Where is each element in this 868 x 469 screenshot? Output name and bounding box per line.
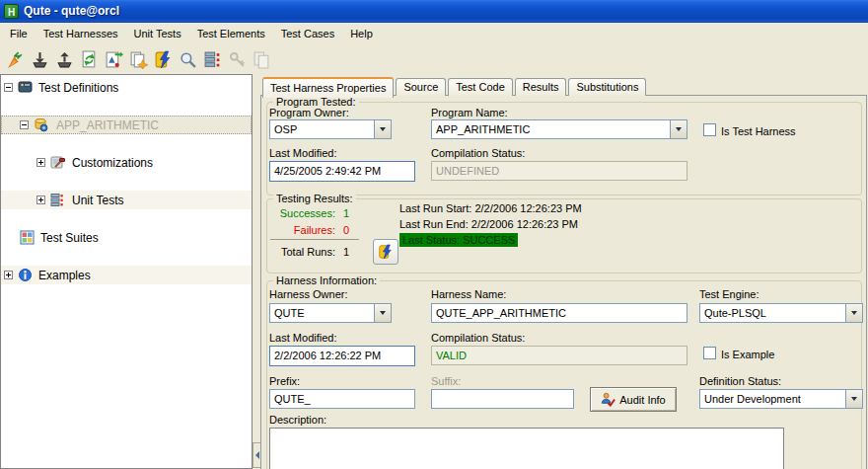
- description-textarea[interactable]: [269, 428, 784, 469]
- harness-last-modified-field[interactable]: 2/2/2006 12:26:22 PM: [269, 346, 415, 366]
- harness-owner-label: Harness Owner:: [269, 288, 347, 300]
- tree-item-label[interactable]: Unit Tests: [70, 194, 125, 207]
- tab-test-harness-properties[interactable]: Test Harness Properties: [262, 77, 394, 98]
- harness-owner-combo[interactable]: QUTE: [269, 303, 392, 323]
- definition-status-label: Definition Status:: [699, 375, 781, 387]
- compilation-status-label: Compilation Status:: [431, 147, 525, 159]
- tab-substitutions[interactable]: Substitutions: [568, 78, 646, 96]
- examples-info-icon: [18, 268, 33, 282]
- collapse-expander-icon[interactable]: [20, 120, 29, 129]
- is-example-checkbox[interactable]: [703, 347, 716, 359]
- expand-expander-icon[interactable]: [4, 271, 13, 279]
- title-bar[interactable]: H Qute - qute@orcl: [0, 0, 868, 22]
- run-test-button[interactable]: [373, 239, 398, 265]
- harness-last-modified-label: Last Modified:: [269, 332, 336, 344]
- tab-results[interactable]: Results: [515, 78, 567, 96]
- export-icon[interactable]: [52, 46, 77, 72]
- customize-icon: [50, 155, 65, 170]
- unit-test-list-icon: [50, 193, 65, 207]
- menu-unit-tests[interactable]: Unit Tests: [126, 23, 189, 44]
- program-name-combo[interactable]: APP_ARITHMETIC: [431, 119, 687, 139]
- qute-logo-icon: H: [4, 4, 19, 19]
- test-engine-value: Qute-PLSQL: [700, 304, 845, 322]
- tree-item-label[interactable]: Customizations: [70, 156, 155, 170]
- collapse-expander-icon[interactable]: [4, 83, 13, 92]
- test-definitions-tree: Test Definitions APP_ARITHMETIC Customiz…: [0, 74, 253, 469]
- audit-info-button[interactable]: Audit Info: [590, 387, 677, 412]
- qute-application-window: H Qute - qute@orcl File Test Harnesses U…: [0, 0, 868, 469]
- refresh-document-icon[interactable]: [77, 46, 102, 72]
- import-icon[interactable]: [28, 46, 52, 72]
- copy-icon[interactable]: [250, 46, 274, 72]
- harness-name-field[interactable]: QUTE_APP_ARITHMETIC: [431, 303, 687, 323]
- prefix-label: Prefix:: [269, 375, 300, 387]
- tree-item-label[interactable]: Test Suites: [38, 231, 101, 245]
- successes-value: 1: [343, 207, 349, 219]
- program-name-value: APP_ARITHMETIC: [432, 120, 670, 138]
- tree-item-test-definitions[interactable]: Test Definitions: [1, 78, 252, 97]
- test-engine-combo[interactable]: Qute-PLSQL: [699, 303, 863, 323]
- database-gear-icon: [34, 117, 48, 132]
- harness-compilation-status-field: VALID: [431, 346, 687, 365]
- run-test-icon: [378, 244, 394, 260]
- menu-help[interactable]: Help: [342, 23, 381, 44]
- suffix-field[interactable]: [431, 389, 574, 409]
- is-test-harness-checkbox[interactable]: [703, 123, 716, 136]
- failures-value: 0: [343, 224, 349, 236]
- properties-tabs: Test Harness Properties Source Test Code…: [262, 77, 648, 96]
- menu-test-harnesses[interactable]: Test Harnesses: [36, 23, 126, 44]
- tree-item-test-suites[interactable]: Test Suites: [1, 228, 252, 247]
- tree-item-customizations[interactable]: Customizations: [1, 153, 252, 172]
- description-label: Description:: [269, 414, 326, 426]
- run-test-icon[interactable]: [151, 46, 176, 72]
- window-title: Qute - qute@orcl: [24, 4, 119, 18]
- program-owner-combo[interactable]: OSP: [269, 119, 392, 139]
- definition-status-combo[interactable]: Under Development: [699, 389, 863, 409]
- chevron-down-icon[interactable]: [845, 304, 862, 322]
- search-icon[interactable]: [176, 46, 200, 72]
- total-runs-label: Total Runs:: [272, 246, 335, 258]
- menu-test-cases[interactable]: Test Cases: [273, 23, 342, 44]
- audit-info-label: Audit Info: [619, 394, 665, 406]
- key-icon[interactable]: [225, 46, 250, 72]
- last-run-end-text: Last Run End: 2/2/2006 12:26:23 PM: [399, 218, 578, 230]
- is-test-harness-label: Is Test Harness: [721, 125, 796, 137]
- program-owner-label: Program Owner:: [269, 107, 349, 118]
- tree-item-label[interactable]: Test Definitions: [36, 81, 120, 95]
- program-owner-value: OSP: [270, 120, 374, 138]
- tab-source[interactable]: Source: [396, 78, 446, 96]
- harness-name-label: Harness Name:: [431, 288, 506, 300]
- successes-label: Successes:: [272, 207, 335, 219]
- tree-item-label[interactable]: APP_ARITHMETIC: [54, 118, 161, 132]
- toolbar: [0, 44, 868, 74]
- menu-bar: File Test Harnesses Unit Tests Test Elem…: [0, 22, 868, 44]
- tree-item-app-arithmetic[interactable]: APP_ARITHMETIC: [1, 116, 252, 134]
- tab-test-code[interactable]: Test Code: [448, 78, 513, 96]
- add-document-icon[interactable]: [126, 46, 151, 72]
- export-image-icon[interactable]: [102, 46, 126, 72]
- last-modified-field[interactable]: 4/25/2005 2:49:42 PM: [269, 161, 415, 182]
- program-name-label: Program Name:: [431, 107, 508, 118]
- menu-test-elements[interactable]: Test Elements: [189, 23, 273, 44]
- test-engine-label: Test Engine:: [699, 288, 760, 300]
- chevron-down-icon[interactable]: [670, 120, 687, 138]
- expand-expander-icon[interactable]: [36, 158, 45, 167]
- last-status-badge: Last Status: SUCCESS: [399, 233, 518, 247]
- is-example-label: Is Example: [721, 349, 774, 360]
- group-title: Testing Results:: [273, 193, 356, 204]
- chevron-down-icon[interactable]: [845, 390, 862, 408]
- suffix-label: Suffix:: [431, 375, 461, 387]
- chevron-down-icon[interactable]: [374, 304, 391, 322]
- test-list-icon[interactable]: [200, 46, 225, 72]
- tree-item-label[interactable]: Examples: [36, 269, 93, 282]
- menu-file[interactable]: File: [2, 23, 36, 44]
- compilation-status-field: UNDEFINED: [431, 161, 687, 181]
- expand-expander-icon[interactable]: [36, 195, 45, 204]
- test-suites-grid-icon: [20, 230, 35, 245]
- prefix-field[interactable]: QUTE_: [269, 389, 415, 409]
- last-modified-label: Last Modified:: [269, 147, 336, 159]
- chevron-down-icon[interactable]: [374, 120, 391, 138]
- brush-icon[interactable]: [3, 46, 28, 72]
- tree-item-examples[interactable]: Examples: [1, 266, 252, 284]
- tree-item-unit-tests[interactable]: Unit Tests: [1, 191, 252, 209]
